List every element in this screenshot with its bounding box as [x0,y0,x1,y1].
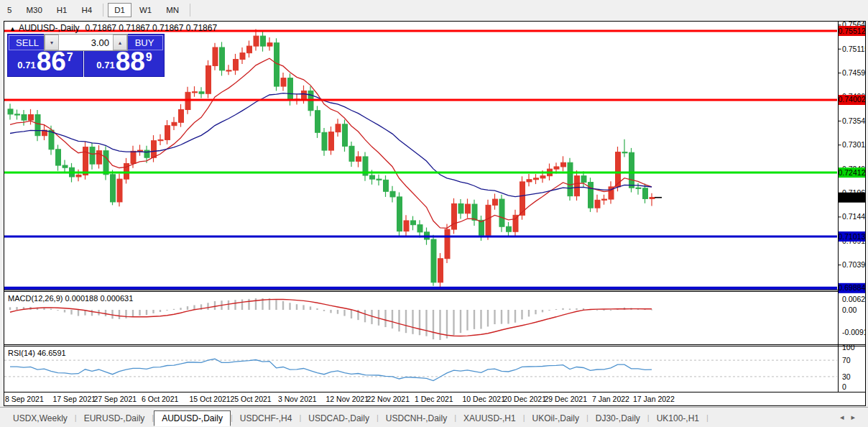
tab-separator: | [706,413,708,422]
candle-body [131,151,136,163]
macd-histogram-bar [576,308,577,310]
macd-histogram-bar [152,310,154,313]
macd-histogram-bar [9,307,11,310]
timeframe-button-w1[interactable]: W1 [133,3,158,17]
macd-histogram-bar [535,310,536,314]
macd-axis-label: -0.009197 [842,328,866,336]
candle-body [226,70,231,71]
price-tick-label: 0.74590 [842,68,866,77]
candle-body [452,203,457,229]
candle-body [336,124,341,132]
chart-tab-bar: USDX,Weekly|EURUSD-,Daily|AUDUSD-,Daily|… [0,407,868,427]
date-tick-label: 12 Nov 2021 [326,395,369,403]
price-level-badge: 0.72412 [839,167,866,178]
macd-histogram-bar [166,310,167,311]
macd-histogram-bar [364,310,366,322]
volume-input[interactable] [59,35,113,50]
toolbar-separator [103,4,103,17]
tab-scroll-arrows[interactable]: ◂▸ [840,413,862,422]
badge-text: 0.72412 [839,168,866,177]
sell-price-sup: 7 [67,51,73,64]
macd-histogram-bar [460,310,461,333]
macd-histogram-bar [173,309,175,310]
volume-increase-icon[interactable]: ▴ [113,35,127,50]
macd-histogram-bar [160,310,161,312]
candle-body [83,147,88,175]
timeframe-button-d1[interactable]: D1 [108,3,131,17]
candle-body [602,199,607,200]
collapse-arrow-icon[interactable]: ▲ [9,25,16,32]
timeframe-button-mn[interactable]: MN [160,3,185,17]
candle-body [411,221,416,225]
macd-histogram-bar [330,310,331,313]
timeframe-button-h4[interactable]: H4 [75,3,98,17]
candle-body [629,152,634,188]
macd-histogram-bar [425,310,427,336]
candle-body [213,47,218,65]
chart-tab-usdchf-h4[interactable]: USDCHF-,H4 [233,411,300,426]
chart-tab-dj30-daily[interactable]: DJ30-,Daily [588,411,647,426]
chart-tab-usdcnh-daily[interactable]: USDCNH-,Daily [379,411,454,426]
chart-tab-audusd-daily[interactable]: AUDUSD-,Daily [154,410,231,426]
buy-price-prefix: 0.71 [96,60,114,70]
date-tick-label: 7 Jan 2022 [592,395,629,403]
chart-tab-eurusd-daily[interactable]: EURUSD-,Daily [77,411,152,426]
macd-histogram-bar [419,310,420,335]
candle-body [568,162,573,196]
price-level-badge: 0.69884 [839,283,866,293]
candle-body [315,111,320,133]
macd-histogram-bar [64,310,65,313]
chart-tab-ukoil-daily[interactable]: UKOil-,Daily [525,411,586,426]
candle-body [179,109,184,122]
macd-histogram-bar [234,300,236,310]
candle-body [466,204,471,214]
candle-body [356,157,361,161]
sell-price-prefix: 0.71 [17,60,35,70]
badge-text: 0.75512 [839,27,866,35]
sell-price-big: 86 [37,50,66,74]
macd-histogram-bar [494,310,495,324]
macd-histogram-bar [57,310,58,311]
candle-body [397,197,402,231]
macd-histogram-bar [282,301,284,310]
macd-histogram-bar [439,310,440,340]
candle-body [261,36,266,46]
candle-body [144,150,149,157]
candle-body [417,225,423,232]
candle-body [458,203,463,213]
chart-tab-uk100-h1[interactable]: UK100-,H1 [650,411,706,426]
candle-body [472,204,477,220]
chart-tab-xauusd-h1[interactable]: XAUUSD-,H1 [456,411,523,426]
candle-body [486,205,491,235]
candle-body [8,109,13,114]
timeframe-toolbar: 5M30H1H4D1W1MN [0,0,868,20]
sell-price: 0.71 86 7 [8,50,83,76]
macd-histogram-bar [269,298,270,310]
badge-text: 0.71013 [839,232,866,241]
chart-background [4,21,866,406]
price-tick-label: 0.75115 [842,45,866,53]
timeframe-button-m30[interactable]: M30 [19,3,48,17]
candle-body [103,151,108,175]
timeframe-button-h1[interactable]: H1 [50,3,74,17]
macd-histogram-bar [105,310,106,316]
candle-body [111,175,116,202]
macd-histogram-bar [569,308,571,310]
candle-body [636,188,641,188]
candle-body [322,132,327,150]
candle-body [390,191,395,197]
candle-body [575,176,580,196]
macd-histogram-bar [562,308,563,310]
badge-text: 0.71867 [839,193,866,201]
timeframe-button-5[interactable]: 5 [1,3,18,17]
price-chart-canvas[interactable]: 0.756400.751150.745900.740650.735400.730… [4,21,866,406]
chart-tab-usdx-weekly[interactable]: USDX,Weekly [6,411,75,426]
macd-histogram-bar [323,310,325,311]
macd-histogram-bar [474,310,475,329]
macd-histogram-bar [289,303,290,310]
candle-body [49,130,54,150]
volume-decrease-icon[interactable]: ▾ [45,35,59,50]
candle-body [540,176,545,178]
macd-histogram-bar [453,310,454,335]
chart-tab-usdcad-daily[interactable]: USDCAD-,Daily [301,411,377,426]
